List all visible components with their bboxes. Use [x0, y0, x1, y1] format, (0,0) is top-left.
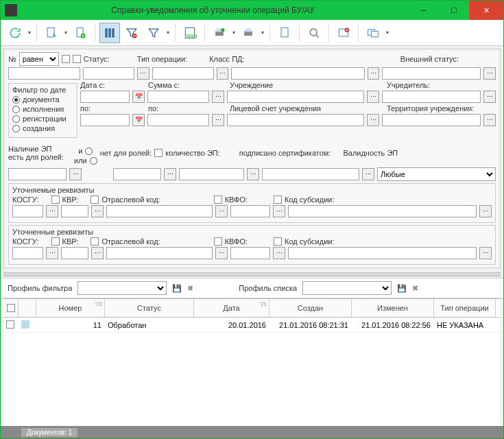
windows-icon[interactable]: [363, 23, 383, 43]
extstatus-lookup[interactable]: ⋯: [483, 67, 496, 80]
refresh-drop[interactable]: ▾: [27, 29, 32, 36]
filter3-icon[interactable]: [143, 23, 164, 43]
filter2-icon[interactable]: [121, 23, 142, 43]
founder-lookup[interactable]: ⋯: [483, 91, 496, 103]
number-input[interactable]: [8, 67, 80, 80]
search-icon[interactable]: [304, 23, 324, 43]
optype-input[interactable]: [152, 67, 214, 80]
refresh-icon[interactable]: [5, 23, 25, 43]
g2-kvfo-input[interactable]: [230, 247, 270, 259]
sum-from-input[interactable]: [147, 91, 209, 103]
g2-subsidy-input[interactable]: [288, 247, 477, 259]
print1-drop[interactable]: ▾: [231, 29, 237, 36]
number-check[interactable]: [62, 55, 70, 63]
status-docs: Документов: 1: [21, 428, 77, 437]
ep-cert-input[interactable]: [262, 168, 359, 180]
svg-rect-12: [244, 31, 252, 36]
acct-lookup[interactable]: ⋯: [367, 114, 379, 126]
new-icon[interactable]: [70, 23, 91, 43]
radio-create[interactable]: [12, 125, 20, 132]
status-bar: Документов: 1: [1, 426, 503, 438]
radio-exec[interactable]: [12, 106, 20, 113]
inst-lookup[interactable]: ⋯: [367, 91, 379, 103]
founder-input[interactable]: [382, 91, 481, 103]
terr-lookup[interactable]: ⋯: [483, 114, 496, 126]
list-profile-select[interactable]: [302, 281, 392, 295]
ep-or-radio[interactable]: [90, 157, 97, 165]
g2-kvr-input[interactable]: [61, 247, 88, 259]
header-check[interactable]: [7, 304, 15, 312]
print2-icon[interactable]: [238, 23, 259, 43]
g1-kosgu-input[interactable]: [12, 205, 43, 217]
ep-no-input[interactable]: [113, 168, 161, 180]
radio-doc[interactable]: [12, 96, 20, 104]
print1-icon[interactable]: [209, 23, 230, 43]
edit-icon[interactable]: [41, 23, 62, 43]
ep-cert-lookup[interactable]: ⋯: [362, 168, 374, 180]
date-to-cal[interactable]: 📅: [132, 114, 145, 126]
date-to-input[interactable]: [80, 114, 130, 126]
ep-count-check[interactable]: [154, 149, 163, 157]
extstatus-input[interactable]: [382, 67, 481, 80]
calc-icon[interactable]: 999.99: [180, 23, 200, 43]
filter3-drop[interactable]: ▾: [165, 29, 171, 36]
close-doc-icon[interactable]: [333, 23, 354, 43]
grid-header: Номер▽2 Статус Дата▽1 Создан Изменен Тип…: [3, 298, 501, 318]
classpd-lookup[interactable]: ⋯: [368, 67, 380, 80]
maximize-button[interactable]: ☐: [439, 1, 469, 20]
splitter[interactable]: [3, 272, 501, 276]
minimize-button[interactable]: ─: [409, 1, 439, 20]
save-list-icon[interactable]: 💾: [397, 284, 407, 293]
doc-icon[interactable]: [274, 23, 295, 43]
optype-label: Тип операции:: [137, 55, 187, 63]
ep-validity-select[interactable]: Любые: [377, 167, 496, 181]
sum-from-btn[interactable]: ⋯: [212, 91, 224, 103]
date-from-cal[interactable]: 📅: [132, 91, 145, 103]
svg-rect-14: [281, 27, 288, 36]
svg-point-15: [310, 29, 317, 36]
status-lookup[interactable]: ⋯: [137, 67, 149, 80]
status-check[interactable]: [73, 55, 81, 63]
group-refined: Уточненные реквизиты КОСГУ: КВР: Отрасле…: [8, 225, 496, 265]
ep-and-radio[interactable]: [85, 147, 93, 155]
g1-kvfo-input[interactable]: [230, 205, 270, 217]
svg-rect-5: [112, 28, 114, 37]
svg-point-11: [221, 28, 225, 32]
edit-drop[interactable]: ▾: [63, 29, 69, 36]
row-status-icon: [21, 320, 29, 329]
row-check[interactable]: [6, 320, 14, 329]
svg-rect-19: [372, 31, 379, 36]
filter1-icon[interactable]: [99, 23, 120, 43]
sum-to-input[interactable]: [147, 114, 209, 126]
sum-to-btn[interactable]: ⋯: [212, 114, 224, 126]
status-input[interactable]: [83, 67, 134, 80]
g2-otrasl-input[interactable]: [106, 247, 213, 259]
g2-kosgu-input[interactable]: [12, 247, 43, 259]
number-op-select[interactable]: равен: [19, 52, 59, 66]
ep-has-lookup[interactable]: ⋯: [69, 168, 82, 180]
date-from-input[interactable]: [80, 91, 130, 103]
clear-list-icon[interactable]: ✖: [412, 284, 418, 293]
inst-input[interactable]: [227, 91, 364, 103]
acct-input[interactable]: [227, 114, 364, 126]
classpd-input[interactable]: [231, 67, 365, 80]
clear-filter-icon[interactable]: ✖: [187, 284, 193, 293]
print2-drop[interactable]: ▾: [260, 29, 265, 36]
optype-lookup[interactable]: ⋯: [217, 67, 229, 80]
windows-drop[interactable]: ▾: [385, 29, 390, 36]
radio-reg[interactable]: [12, 115, 20, 123]
profile-bar: Профиль фильтра 💾 ✖ Профиль списка 💾 ✖: [1, 278, 503, 298]
close-button[interactable]: ✕: [469, 1, 503, 20]
terr-input[interactable]: [382, 114, 481, 126]
ep-no-lookup[interactable]: ⋯: [164, 168, 176, 180]
g1-otrasl-input[interactable]: [106, 205, 213, 217]
g1-kvr-input[interactable]: [61, 205, 88, 217]
filter-profile-select[interactable]: [77, 281, 167, 295]
save-filter-icon[interactable]: 💾: [172, 284, 182, 293]
g1-subsidy-input[interactable]: [288, 205, 477, 217]
table-row[interactable]: 11 Обработан 20.01.2016 21.01.2016 08:21…: [3, 318, 501, 333]
ep-count-lookup[interactable]: ⋯: [247, 168, 259, 180]
svg-rect-9: [215, 31, 224, 36]
ep-has-input[interactable]: [8, 168, 67, 180]
ep-count-input[interactable]: [179, 168, 244, 180]
